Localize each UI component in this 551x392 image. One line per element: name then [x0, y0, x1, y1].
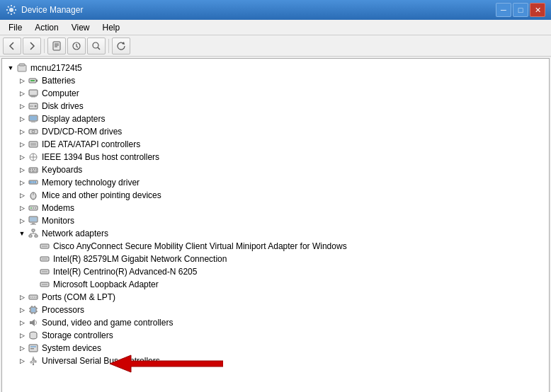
- root-icon: [16, 62, 28, 74]
- back-button[interactable]: [3, 38, 21, 54]
- list-item[interactable]: ▷ Display adapters: [2, 113, 549, 125]
- refresh-button[interactable]: [112, 38, 130, 54]
- item-label: DVD/CD-ROM drives: [42, 127, 122, 137]
- menu-action[interactable]: Action: [29, 21, 64, 34]
- menu-help[interactable]: Help: [97, 21, 126, 34]
- toolbar: [0, 35, 551, 57]
- monitor-icon: [28, 215, 39, 226]
- expand-icon: ▷: [16, 330, 28, 341]
- keyboards-label: Keyboards: [42, 165, 82, 175]
- scan-icon: [91, 41, 101, 51]
- list-item[interactable]: ▷ Processors: [2, 304, 549, 316]
- maximize-button[interactable]: □: [513, 3, 528, 17]
- device-tree: ▼ mcnu21724t5 ▷ Batteries ▷ C: [2, 59, 549, 370]
- list-item[interactable]: Microsoft Loopback Adapter: [2, 278, 549, 291]
- list-item[interactable]: ▷ Modems: [2, 202, 549, 214]
- menu-view[interactable]: View: [66, 21, 96, 34]
- list-item[interactable]: Intel(R) Centrino(R) Advanced-N 6205: [2, 265, 549, 278]
- svg-rect-25: [29, 142, 38, 147]
- list-item[interactable]: ▷ Mice and other pointing devices: [2, 189, 549, 202]
- close-button[interactable]: ✕: [530, 3, 545, 17]
- device-tree-container[interactable]: ▼ mcnu21724t5 ▷ Batteries ▷ C: [1, 58, 550, 392]
- minimize-button[interactable]: ─: [496, 3, 511, 17]
- list-item[interactable]: ▷ DVD/CD-ROM drives: [2, 125, 549, 138]
- expand-icon: ▷: [16, 126, 28, 137]
- list-item[interactable]: ▷ Memory technology driver: [2, 176, 549, 189]
- list-item[interactable]: ▷ IEEE 1394 Bus host controllers: [2, 151, 549, 163]
- svg-rect-34: [34, 169, 35, 171]
- svg-point-17: [35, 105, 37, 108]
- forward-button[interactable]: [23, 38, 41, 54]
- item-label: Ports (COM & LPT): [42, 292, 115, 302]
- expand-icon: ▷: [16, 190, 28, 201]
- update-button[interactable]: [67, 38, 86, 54]
- display-icon: [28, 113, 39, 125]
- svg-rect-12: [30, 80, 35, 81]
- batteries-icon: [28, 75, 39, 86]
- svg-rect-42: [33, 181, 35, 183]
- root-label: mcnu21724t5: [30, 63, 82, 73]
- list-item[interactable]: Cisco AnyConnect Secure Mobility Client …: [2, 240, 549, 253]
- list-item[interactable]: ▷ Disk drives: [2, 100, 549, 113]
- item-label: Processors: [42, 305, 84, 315]
- list-item[interactable]: ▷ Computer: [2, 87, 549, 100]
- svg-point-24: [33, 132, 34, 132]
- item-label: IEEE 1394 Bus host controllers: [42, 152, 159, 162]
- svg-rect-33: [32, 169, 33, 171]
- list-item[interactable]: ▷ Ports (COM & LPT): [2, 291, 549, 304]
- network-icon: [28, 228, 39, 239]
- usb-controllers-item[interactable]: ▷ Universal Serial Bus controllers: [2, 354, 549, 367]
- list-item[interactable]: ▷ Batteries: [2, 74, 549, 87]
- svg-rect-35: [36, 169, 38, 171]
- svg-rect-41: [32, 181, 33, 183]
- svg-point-0: [9, 8, 13, 12]
- expand-icon: [28, 279, 39, 290]
- list-item[interactable]: ▷ Monitors: [2, 214, 549, 227]
- update-icon: [72, 41, 81, 51]
- svg-point-95: [33, 364, 34, 365]
- ieee-icon: [28, 151, 39, 163]
- usb-controllers-label: Universal Serial Bus controllers: [42, 356, 160, 366]
- svg-rect-21: [30, 116, 37, 120]
- properties-button[interactable]: [47, 38, 66, 54]
- window-icon: [6, 4, 17, 16]
- list-item[interactable]: ▷ Sound, video and game controllers: [2, 316, 549, 329]
- netdev-icon: [39, 241, 50, 252]
- expand-icon: ▷: [16, 215, 28, 226]
- item-label: Sound, video and game controllers: [42, 318, 173, 328]
- expand-icon: ▷: [16, 317, 28, 328]
- list-item[interactable]: ▷ Keyboards: [2, 163, 549, 176]
- item-label: IDE ATA/ATAPI controllers: [42, 139, 140, 149]
- ports-icon: [28, 292, 39, 303]
- list-item[interactable]: ▷ System devices: [2, 342, 549, 354]
- svg-rect-43: [35, 181, 37, 183]
- menu-file[interactable]: File: [3, 21, 28, 34]
- scan-button[interactable]: [87, 38, 106, 54]
- svg-rect-38: [35, 171, 37, 172]
- forward-icon: [27, 41, 37, 51]
- expand-icon: ▷: [16, 304, 28, 316]
- list-item[interactable]: Intel(R) 82579LM Gigabit Network Connect…: [2, 253, 549, 265]
- tree-root[interactable]: ▼ mcnu21724t5: [2, 62, 549, 74]
- dvd-icon: [28, 126, 39, 137]
- svg-rect-31: [29, 168, 38, 173]
- svg-line-7: [98, 47, 100, 50]
- properties-icon: [52, 41, 62, 51]
- item-label: Disk drives: [42, 101, 84, 111]
- back-icon: [7, 41, 17, 51]
- svg-point-71: [30, 296, 32, 298]
- svg-point-49: [33, 207, 34, 209]
- svg-rect-89: [30, 346, 36, 347]
- svg-rect-1: [53, 42, 60, 50]
- list-item[interactable]: ▼ Network adapters: [2, 227, 549, 240]
- list-item[interactable]: ▷ IDE ATA/ATAPI controllers: [2, 138, 549, 151]
- expand-icon: ▷: [16, 355, 28, 367]
- svg-rect-57: [35, 235, 38, 237]
- item-label: Cisco AnyConnect Secure Mobility Client …: [53, 241, 347, 251]
- svg-marker-86: [32, 319, 35, 326]
- svg-rect-76: [31, 308, 35, 312]
- expand-icon: ▷: [16, 164, 28, 175]
- list-item[interactable]: ▷ Storage controllers: [2, 329, 549, 342]
- ide-icon: [28, 139, 39, 150]
- svg-point-6: [93, 42, 98, 48]
